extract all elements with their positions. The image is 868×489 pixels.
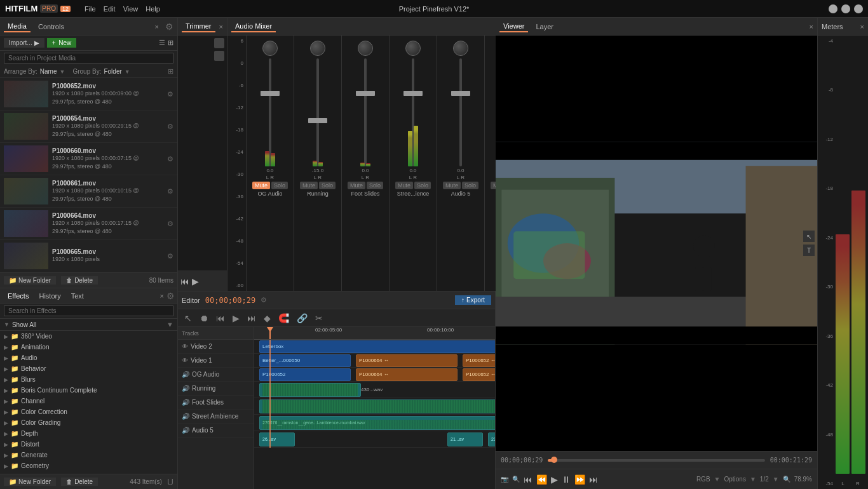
rgb-dropdown[interactable]: ▼ — [714, 476, 721, 483]
trimmer-close[interactable]: × — [219, 23, 223, 30]
viewer-tool-1[interactable]: ↖ — [803, 231, 815, 242]
effects-category-animation[interactable]: ▶ 📁 Animation — [0, 342, 177, 352]
group-dropdown-icon[interactable]: ▼ — [125, 69, 130, 75]
trimmer-tab[interactable]: Trimmer — [182, 21, 215, 32]
channel-3-fader-knob[interactable] — [403, 91, 423, 96]
snap-btn[interactable]: 🧲 — [276, 312, 292, 325]
effects-search-input[interactable] — [4, 305, 173, 316]
effects-category-generate[interactable]: ▶ 📁 Generate — [0, 450, 177, 460]
trim-play2-button[interactable]: ▶ — [192, 276, 199, 286]
editor-settings[interactable]: ⚙ — [261, 296, 267, 304]
meters-close[interactable]: × — [860, 23, 864, 30]
clip-v1-3[interactable]: P1000652 ↔ — [463, 354, 495, 367]
list-view-icon[interactable]: ☰ — [159, 39, 165, 47]
controls-tab[interactable]: Controls — [34, 22, 68, 32]
channel-4-mute-button[interactable]: Mute — [443, 182, 461, 189]
fraction-dropdown[interactable]: ▼ — [773, 476, 779, 483]
effects-category-geometry[interactable]: ▶ 📁 Geometry — [0, 460, 177, 471]
list-item[interactable]: P1000660.mov 1920 x 1080 pixels 00:00:07… — [0, 143, 177, 175]
effects-category-depth[interactable]: ▶ 📁 Depth — [0, 428, 177, 439]
effects-underline-icon[interactable]: U — [167, 477, 173, 487]
close-button[interactable] — [854, 4, 863, 13]
select-tool[interactable]: ↖ — [182, 312, 194, 325]
minimize-button[interactable] — [829, 4, 837, 13]
audio-mixer-tab[interactable]: Audio Mixer — [231, 21, 276, 32]
channel-4-fader-knob[interactable] — [451, 91, 470, 96]
audio-icon[interactable]: 🔊 — [182, 413, 189, 420]
trim-play-button[interactable]: ⏮ — [180, 276, 189, 286]
media-gear-icon[interactable]: ⚙ — [167, 187, 173, 196]
audio-icon[interactable]: 🔊 — [182, 427, 189, 434]
cut-btn[interactable]: ✂ — [313, 312, 325, 325]
list-item[interactable]: P1000665.mov 1920 x 1080 pixels ⚙ — [0, 240, 177, 272]
channel-1-solo-button[interactable]: Solo — [319, 182, 336, 189]
channel-3-mute-button[interactable]: Mute — [395, 182, 413, 189]
effects-category-audio[interactable]: ▶ 📁 Audio — [0, 352, 177, 363]
media-panel-close[interactable]: × — [155, 23, 159, 30]
prev-frame-btn[interactable]: ⏮ — [214, 312, 227, 325]
timeline-tracks-scroll[interactable]: 02:00:05:00 00:00:10:00 00:00:15:00 00:0… — [254, 327, 495, 489]
media-gear-icon[interactable]: ⚙ — [167, 155, 173, 163]
eye-icon[interactable]: 👁 — [182, 357, 188, 364]
import-button[interactable]: Import... ▶ — [4, 38, 44, 48]
new-folder-button[interactable]: 📁New Folder — [4, 276, 56, 285]
media-gear-icon[interactable]: ⚙ — [167, 90, 173, 98]
clip-v1-1[interactable]: Better_...000650 — [259, 354, 351, 367]
viewer-progress-knob[interactable] — [551, 457, 557, 463]
trimmer-tool-2[interactable] — [214, 51, 224, 61]
channel-2-pan-knob[interactable] — [358, 41, 373, 56]
effects-tab[interactable]: Effects — [3, 291, 34, 301]
effects-category-channel[interactable]: ▶ 📁 Channel — [0, 396, 177, 406]
channel-4-pan-knob[interactable] — [453, 41, 468, 56]
maximize-button[interactable] — [841, 4, 850, 13]
channel-2-solo-button[interactable]: Solo — [367, 182, 383, 189]
clip-running-1[interactable] — [259, 383, 361, 397]
eye-icon[interactable]: 👁 — [182, 343, 188, 350]
effects-category-360[interactable]: ▶ 📁 360° Video — [0, 331, 177, 342]
clip-og-2[interactable]: P1000664 ↔ — [356, 368, 458, 381]
export-button[interactable]: ↑Export — [455, 295, 491, 305]
audio-icon[interactable]: 🔊 — [182, 385, 189, 392]
viewer-tool-2[interactable]: T — [803, 245, 815, 256]
channel-1-fader-knob[interactable] — [308, 118, 327, 123]
effects-panel-close[interactable]: × — [160, 292, 164, 300]
viewer-goto-end[interactable]: ⏭ — [589, 474, 598, 485]
audio-icon[interactable]: 🔊 — [182, 371, 189, 378]
arrange-value[interactable]: Name — [40, 68, 57, 75]
viewer-prev-frame[interactable]: ⏪ — [536, 474, 547, 485]
clip-street[interactable]: 276676__ramston__gene...l-ambience-mumba… — [259, 416, 495, 430]
new-button[interactable]: + New — [47, 38, 77, 48]
list-item[interactable]: P1000664.mov 1920 x 1080 pixels 00:00:17… — [0, 208, 177, 240]
viewer-pause[interactable]: ⏸ — [562, 474, 571, 485]
channel-0-mute-button[interactable]: Mute — [252, 182, 270, 189]
channel-0-solo-button[interactable]: Solo — [271, 182, 288, 189]
next-frame-btn[interactable]: ⏭ — [245, 312, 259, 325]
arrange-dropdown-icon[interactable]: ▼ — [60, 69, 65, 75]
showall-arrow[interactable]: ▼ — [4, 321, 10, 328]
clip-audio5-2[interactable]: 21...av — [447, 432, 483, 446]
effects-category-color-grading[interactable]: ▶ 📁 Color Grading — [0, 417, 177, 428]
media-gear-icon[interactable]: ⚙ — [167, 123, 173, 131]
media-tab[interactable]: Media — [4, 21, 31, 32]
viewer-tab[interactable]: Viewer — [499, 21, 528, 32]
clip-v1-2[interactable]: P1000664 ↔ — [356, 354, 458, 367]
new-folder-effects-button[interactable]: 📁New Folder — [4, 478, 56, 486]
marker-btn[interactable]: ◆ — [261, 312, 273, 325]
media-panel-settings[interactable]: ⚙ — [165, 22, 173, 32]
clip-letterbox[interactable]: Letterbox — [259, 340, 495, 353]
list-item[interactable]: P1000652.mov 1920 x 1080 pixels 00:00:09… — [0, 78, 177, 111]
play-btn[interactable]: ▶ — [230, 312, 242, 325]
effects-category-blurs[interactable]: ▶ 📁 Blurs — [0, 374, 177, 385]
record-button[interactable]: ⏺ — [197, 312, 211, 325]
menu-help[interactable]: Help — [146, 5, 160, 13]
clip-foot-1[interactable] — [259, 399, 495, 413]
text-tab[interactable]: Text — [66, 291, 89, 301]
clip-og-1[interactable]: P1000652 — [259, 368, 351, 381]
channel-4-solo-button[interactable]: Solo — [462, 182, 478, 189]
showall-dropdown[interactable]: ▼ — [166, 321, 173, 328]
clip-og-3[interactable]: P1000652 ↔ — [463, 368, 495, 381]
grid-view-icon[interactable]: ⊞ — [168, 39, 173, 47]
clip-audio5-3[interactable]: 21...av — [488, 432, 495, 446]
arrange-settings-icon[interactable]: ⊞ — [168, 67, 173, 76]
channel-3-pan-knob[interactable] — [405, 41, 421, 56]
